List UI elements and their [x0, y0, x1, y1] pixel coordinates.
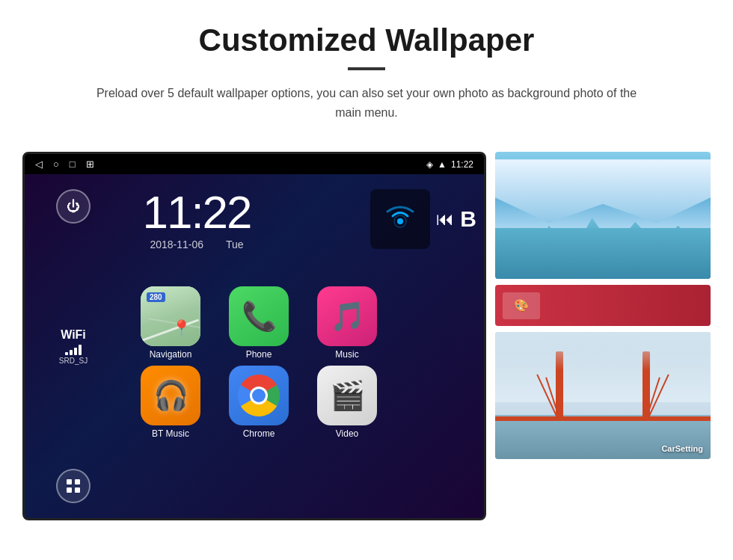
recents-icon[interactable]: □	[70, 159, 76, 170]
navigation-icon: 280 📍	[141, 286, 200, 346]
chrome-label: Chrome	[243, 428, 275, 439]
top-widgets: ⏮ B	[370, 189, 476, 249]
page-header: Customized Wallpaper Preload over 5 defa…	[0, 0, 733, 137]
phone-symbol: 📞	[242, 300, 277, 333]
wifi-bar-1	[65, 352, 68, 355]
media-letter-b: B	[460, 206, 476, 231]
wifi-bar-2	[70, 350, 73, 355]
content-area: ◁ ○ □ ⊞ ◈ ▲ 11:22 ⏻ WiFi	[0, 137, 733, 543]
svg-rect-3	[75, 487, 80, 493]
music-label: Music	[335, 349, 358, 360]
video-icon: 🎬	[317, 366, 377, 425]
skip-back-button[interactable]: ⏮	[436, 209, 454, 230]
wifi-bar-4	[79, 345, 82, 355]
nav-badge: 280	[147, 292, 165, 302]
svg-rect-0	[67, 479, 72, 484]
phone-icon: 📞	[229, 286, 289, 346]
strip-preview: 🎨	[503, 292, 540, 319]
status-right-icons: ◈ ▲ 11:22	[426, 159, 473, 170]
video-label: Video	[336, 428, 358, 439]
clock-date: 2018-11-06 Tue	[122, 239, 272, 250]
signal-icon: ▲	[438, 159, 447, 170]
device-mockup: ◁ ○ □ ⊞ ◈ ▲ 11:22 ⏻ WiFi	[22, 152, 486, 520]
wallpaper-panel: 🎨 CarSetting	[495, 152, 711, 459]
wallpaper-bridge[interactable]: CarSetting	[495, 332, 711, 459]
music-symbol: 🎵	[330, 300, 365, 333]
wifi-bars	[59, 343, 88, 355]
btmusic-icon: 🎧	[141, 366, 200, 425]
app-navigation[interactable]: 280 📍 Navigation	[129, 286, 212, 360]
bridge-deck	[495, 416, 711, 421]
wallpaper-ice[interactable]	[495, 152, 711, 279]
chrome-symbol	[238, 375, 280, 416]
bluetooth-symbol: 🎧	[153, 379, 188, 412]
title-divider	[348, 67, 385, 70]
app-phone[interactable]: 📞 Phone	[218, 286, 300, 360]
app-chrome[interactable]: Chrome	[218, 366, 300, 439]
back-icon[interactable]: ◁	[35, 159, 43, 170]
wifi-signal-icon	[381, 200, 419, 238]
home-icon[interactable]: ○	[53, 159, 59, 170]
wallpaper-strip[interactable]: 🎨	[495, 285, 711, 326]
wifi-label: WiFi	[59, 328, 88, 342]
wifi-ssid: SRD_SJ	[59, 357, 88, 365]
status-bar: ◁ ○ □ ⊞ ◈ ▲ 11:22	[25, 154, 484, 174]
navigation-label: Navigation	[150, 349, 192, 360]
power-button[interactable]: ⏻	[56, 189, 91, 224]
grid-icon	[65, 478, 82, 494]
carsetting-overlay-label: CarSetting	[661, 444, 703, 453]
music-icon: 🎵	[317, 286, 377, 346]
wifi-bar-3	[74, 348, 77, 355]
app-grid: 280 📍 Navigation 📞 Phone	[122, 286, 396, 439]
video-symbol: 🎬	[330, 379, 365, 412]
strip-icon: 🎨	[514, 298, 529, 313]
svg-rect-2	[67, 487, 72, 493]
chrome-icon	[229, 366, 289, 425]
svg-point-4	[397, 218, 403, 224]
wifi-widget: WiFi SRD_SJ	[59, 328, 88, 365]
wifi-widget-box	[370, 189, 430, 249]
power-icon: ⏻	[67, 199, 80, 215]
left-sidebar: ⏻ WiFi SRD_SJ	[25, 174, 122, 518]
home-screen: ⏻ WiFi SRD_SJ	[25, 174, 484, 518]
clock-date-value: 2018-11-06	[150, 239, 203, 250]
btmusic-label: BT Music	[152, 428, 189, 439]
clock-time: 11:22	[122, 189, 272, 236]
phone-label: Phone	[246, 349, 272, 360]
app-video[interactable]: 🎬 Video	[306, 366, 388, 439]
screenshot-icon[interactable]: ⊞	[86, 159, 94, 170]
page-subtitle: Preload over 5 default wallpaper options…	[86, 84, 647, 122]
location-icon: ◈	[426, 159, 433, 170]
svg-rect-1	[75, 479, 80, 484]
bridge-fog	[495, 332, 711, 370]
app-btmusic[interactable]: 🎧 BT Music	[129, 366, 212, 439]
clock-day-value: Tue	[226, 239, 244, 250]
status-time: 11:22	[451, 159, 473, 170]
svg-point-8	[252, 389, 266, 402]
nav-pin-icon: 📍	[171, 319, 191, 339]
grid-button[interactable]	[56, 469, 91, 503]
status-nav-icons: ◁ ○ □ ⊞	[35, 159, 94, 170]
app-music[interactable]: 🎵 Music	[306, 286, 388, 360]
page-title: Customized Wallpaper	[60, 22, 673, 58]
clock-area: 11:22 2018-11-06 Tue	[122, 189, 272, 250]
